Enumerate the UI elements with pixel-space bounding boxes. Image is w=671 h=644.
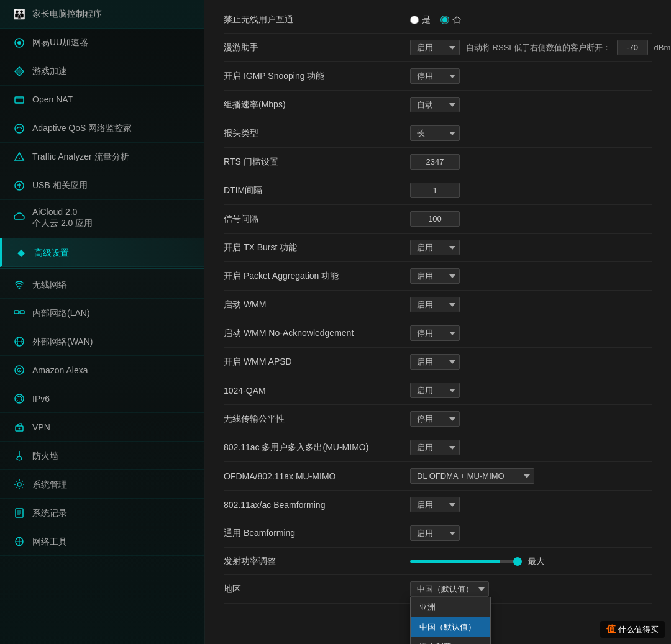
setting-control-fairness: 启用停用 <box>410 411 652 427</box>
select-mumimo[interactable]: 启用停用 <box>410 440 460 455</box>
slider-label-tx-power: 最大 <box>528 556 544 567</box>
setting-row-tx-burst: 开启 TX Burst 功能启用停用 <box>224 234 652 262</box>
sidebar-item-aicloud[interactable]: AiCloud 2.0 个人云 2.0 应用 <box>0 200 204 235</box>
setting-control-beamforming-ac: 启用停用 <box>410 497 652 512</box>
select-qam[interactable]: 启用停用 <box>410 383 460 398</box>
region-option-澳大利亚[interactable]: 澳大利亚 <box>411 637 490 644</box>
sidebar-item-nettool[interactable]: 网络工具 <box>0 527 204 556</box>
region-option-中国（默认值）[interactable]: 中国（默认值） <box>411 617 490 637</box>
setting-label-multicast-rate: 组播速率(Mbps) <box>224 99 398 111</box>
traffic-icon <box>12 150 26 164</box>
sidebar-item-sysadmin[interactable]: 系统管理 <box>0 470 204 499</box>
main-content: 禁止无线用户互通是否漫游助手启用停用自动将 RSSI 低于右侧数值的客户断开：d… <box>205 0 671 644</box>
svg-point-8 <box>19 287 21 289</box>
setting-control-beacon <box>410 211 652 227</box>
firewall-icon <box>12 449 26 463</box>
select-wmm[interactable]: 启用停用 <box>410 297 460 312</box>
setting-control-rts <box>410 154 652 170</box>
select-preamble[interactable]: 长短 <box>410 125 460 141</box>
advanced-icon: ◆ <box>14 246 28 260</box>
sidebar-label-firewall: 防火墙 <box>32 450 58 461</box>
radio-option-是[interactable]: 是 <box>410 14 431 25</box>
sidebar-item-firewall[interactable]: 防火墙 <box>0 442 204 470</box>
svg-point-18 <box>15 394 24 403</box>
usb-icon <box>12 179 26 193</box>
sidebar-item-advanced[interactable]: ◆高级设置 <box>0 238 204 267</box>
sidebar-label-usb: USB 相关应用 <box>32 179 88 191</box>
select-multicast-rate[interactable]: 自动125.51161224364854 <box>410 97 460 112</box>
vpn-icon <box>12 420 26 434</box>
select-tx-burst[interactable]: 启用停用 <box>410 240 460 255</box>
input-rts[interactable] <box>410 154 460 170</box>
select-wmm-noack[interactable]: 启用停用 <box>410 325 460 341</box>
setting-control-wmm: 启用停用 <box>410 297 652 312</box>
svg-rect-9 <box>14 311 19 314</box>
select-pkt-agg[interactable]: 启用停用 <box>410 268 460 284</box>
sidebar-item-vpn[interactable]: VPN <box>0 413 204 442</box>
wan-icon <box>12 335 26 348</box>
sidebar-item-syslog[interactable]: 系统记录 <box>0 499 204 527</box>
sidebar-item-game-boost[interactable]: 游戏加速 <box>0 57 204 86</box>
sidebar-item-wireless[interactable]: 无线网络 <box>0 270 204 299</box>
sidebar-item-usb[interactable]: USB 相关应用 <box>0 171 204 200</box>
svg-rect-2 <box>15 97 24 103</box>
setting-control-beamforming-gen: 启用停用 <box>410 525 652 541</box>
setting-label-preamble: 报头类型 <box>224 128 398 139</box>
watermark-text: 什么值得买 <box>618 624 659 635</box>
wireless-icon <box>12 278 26 291</box>
setting-control-ban-wireless-inter: 是否 <box>410 14 652 25</box>
svg-point-21 <box>19 427 21 429</box>
sidebar: 👪家长电脑控制程序网易UU加速器游戏加速Open NATAdaptive QoS… <box>0 0 205 644</box>
region-option-亚洲[interactable]: 亚洲 <box>411 597 490 617</box>
sidebar-item-wan[interactable]: 外部网络(WAN) <box>0 327 204 356</box>
setting-control-wmm-noack: 启用停用 <box>410 325 652 341</box>
sidebar-items: 👪家长电脑控制程序网易UU加速器游戏加速Open NATAdaptive QoS… <box>0 0 204 556</box>
sidebar-item-netease[interactable]: 网易UU加速器 <box>0 29 204 57</box>
setting-row-qam: 1024-QAM启用停用 <box>224 376 652 405</box>
setting-row-wmm: 启动 WMM启用停用 <box>224 291 652 319</box>
setting-control-qam: 启用停用 <box>410 383 652 398</box>
setting-label-dtim: DTIM间隔 <box>224 185 398 196</box>
select-beamforming-ac[interactable]: 启用停用 <box>410 497 460 512</box>
select-wmm-apsd[interactable]: 启用停用 <box>410 354 460 370</box>
slider-tx-power[interactable] <box>410 560 522 563</box>
sidebar-item-ipv6[interactable]: IPv6 <box>0 384 204 413</box>
sidebar-label-vpn: VPN <box>32 422 50 433</box>
setting-row-beacon: 信号间隔 <box>224 205 652 234</box>
sidebar-label-lan: 内部网络(LAN) <box>32 307 90 319</box>
radio-input-是[interactable] <box>410 16 419 24</box>
radio-option-否[interactable]: 否 <box>440 14 461 25</box>
select-beamforming-gen[interactable]: 启用停用 <box>410 525 460 541</box>
input-dtim[interactable] <box>410 183 460 198</box>
sidebar-label-sysadmin: 系统管理 <box>32 479 67 490</box>
roaming-dbm-input[interactable] <box>617 40 648 55</box>
radio-input-否[interactable] <box>440 16 449 24</box>
lan-icon <box>12 306 26 320</box>
setting-control-preamble: 长短 <box>410 125 652 141</box>
ipv6-icon <box>12 392 26 406</box>
select-ofdma[interactable]: DL OFDMA + MU-MIMO停用启用 DL OFDMA启用 UL OFD… <box>410 468 534 484</box>
select-fairness[interactable]: 启用停用 <box>410 411 460 427</box>
sidebar-item-lan[interactable]: 内部网络(LAN) <box>0 299 204 327</box>
setting-label-mumimo: 802.11ac 多用户多入多出(MU-MIMO) <box>224 442 398 453</box>
setting-label-ofdma: OFDMA/802.11ax MU-MIMO <box>224 471 398 481</box>
roaming-dbm-unit: dBm <box>654 43 671 52</box>
sidebar-item-adaptive-qos[interactable]: Adaptive QoS 网络监控家 <box>0 114 204 143</box>
sidebar-label-alexa: Amazon Alexa <box>32 365 88 376</box>
sidebar-item-traffic[interactable]: Traffic Analyzer 流量分析 <box>0 143 204 171</box>
radio-text-是: 是 <box>422 14 431 25</box>
aicloud-icon <box>12 211 26 224</box>
svg-point-6 <box>19 158 20 159</box>
sidebar-item-parental[interactable]: 👪家长电脑控制程序 <box>0 0 204 29</box>
parental-icon: 👪 <box>12 7 26 21</box>
sidebar-item-alexa[interactable]: Amazon Alexa <box>0 356 204 384</box>
setting-row-ofdma: OFDMA/802.11ax MU-MIMODL OFDMA + MU-MIMO… <box>224 462 652 491</box>
setting-row-wmm-noack: 启动 WMM No-Acknowledgement启用停用 <box>224 319 652 348</box>
input-beacon[interactable] <box>410 211 460 227</box>
select-region[interactable]: 亚洲中国（默认值）澳大利亚 <box>410 581 489 597</box>
setting-control-wmm-apsd: 启用停用 <box>410 354 652 370</box>
select-igmp[interactable]: 启用停用 <box>410 68 460 84</box>
roaming-enable-select[interactable]: 启用停用 <box>410 40 460 55</box>
sidebar-item-open-nat[interactable]: Open NAT <box>0 86 204 114</box>
setting-label-tx-burst: 开启 TX Burst 功能 <box>224 242 398 253</box>
